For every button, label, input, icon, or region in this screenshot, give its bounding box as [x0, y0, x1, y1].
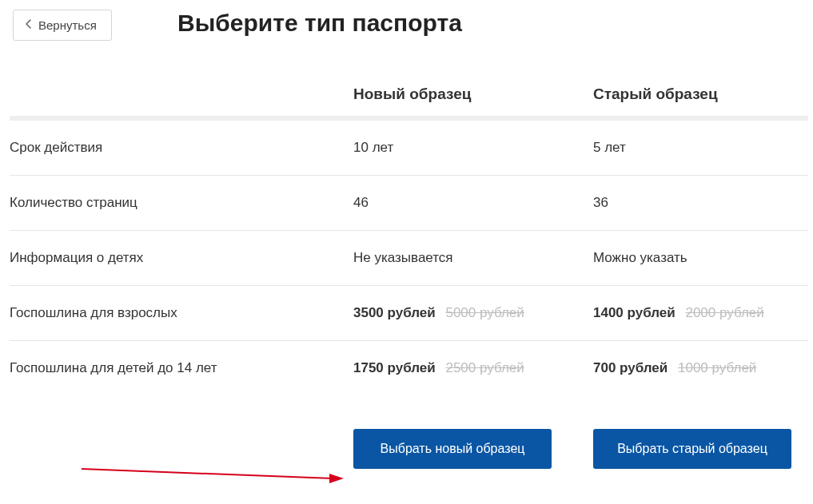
price-old: 5000 рублей [445, 305, 524, 320]
row-label: Информация о детях [10, 250, 353, 266]
row-label: Госпошлина для взрослых [10, 305, 353, 321]
price-old: 2000 рублей [685, 305, 763, 320]
header-new: Новый образец [353, 85, 593, 103]
svg-line-0 [82, 469, 333, 478]
cell-old: 1400 рублей 2000 рублей [593, 305, 809, 321]
price-current: 700 рублей [593, 360, 668, 375]
chevron-left-icon [25, 18, 32, 32]
price-old: 1000 рублей [678, 360, 756, 375]
cell-old: Можно указать [593, 250, 809, 266]
back-button-label: Вернуться [38, 18, 97, 32]
cell-old: 5 лет [593, 140, 809, 156]
back-button[interactable]: Вернуться [13, 10, 112, 41]
svg-marker-1 [329, 474, 344, 483]
cell-new: 1750 рублей 2500 рублей [353, 360, 593, 376]
table-row: Срок действия 10 лет 5 лет [10, 121, 808, 175]
annotation-arrow-icon [80, 467, 344, 486]
header-old: Старый образец [593, 85, 809, 103]
cell-new: Не указывается [353, 250, 593, 266]
table-row: Госпошлина для взрослых 3500 рублей 5000… [10, 285, 808, 340]
table-header-row: Новый образец Старый образец [10, 76, 808, 113]
action-row: Выбрать новый образец Выбрать старый обр… [10, 395, 808, 469]
row-label: Количество страниц [10, 195, 353, 211]
cell-new: 10 лет [353, 140, 593, 156]
table-row: Госпошлина для детей до 14 лет 1750 рубл… [10, 340, 808, 395]
price-current: 1400 рублей [593, 305, 676, 320]
cell-new: 46 [353, 195, 593, 211]
choose-new-button[interactable]: Выбрать новый образец [353, 429, 552, 469]
row-label: Срок действия [10, 140, 353, 156]
comparison-table: Новый образец Старый образец Срок действ… [10, 76, 808, 469]
choose-old-button[interactable]: Выбрать старый образец [593, 429, 791, 469]
cell-old: 36 [593, 195, 809, 211]
table-row: Количество страниц 46 36 [10, 175, 808, 230]
price-old: 2500 рублей [445, 360, 524, 375]
cell-old: 700 рублей 1000 рублей [593, 360, 809, 376]
table-row: Информация о детях Не указывается Можно … [10, 230, 808, 285]
cell-new: 3500 рублей 5000 рублей [353, 305, 593, 321]
price-current: 3500 рублей [353, 305, 436, 320]
page-title: Выберите тип паспорта [177, 10, 462, 37]
price-current: 1750 рублей [353, 360, 436, 375]
row-label: Госпошлина для детей до 14 лет [10, 360, 353, 376]
